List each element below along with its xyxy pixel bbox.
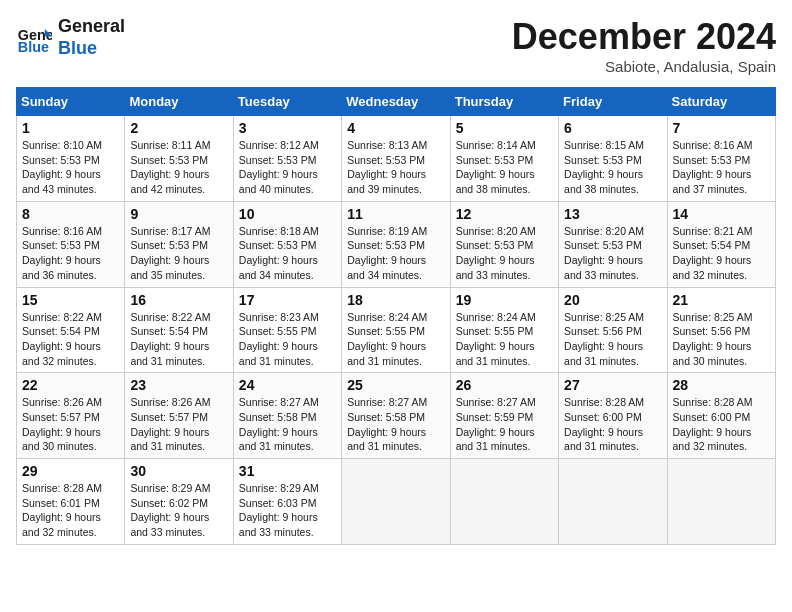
day-number: 13	[564, 206, 661, 222]
day-number: 19	[456, 292, 553, 308]
calendar-cell: 22Sunrise: 8:26 AM Sunset: 5:57 PM Dayli…	[17, 373, 125, 459]
calendar-cell	[450, 459, 558, 545]
location-subtitle: Sabiote, Andalusia, Spain	[512, 58, 776, 75]
weekday-header-friday: Friday	[559, 88, 667, 116]
calendar-table: SundayMondayTuesdayWednesdayThursdayFrid…	[16, 87, 776, 545]
calendar-cell: 28Sunrise: 8:28 AM Sunset: 6:00 PM Dayli…	[667, 373, 775, 459]
day-info: Sunrise: 8:26 AM Sunset: 5:57 PM Dayligh…	[130, 395, 227, 454]
calendar-cell: 11Sunrise: 8:19 AM Sunset: 5:53 PM Dayli…	[342, 201, 450, 287]
day-number: 1	[22, 120, 119, 136]
day-info: Sunrise: 8:27 AM Sunset: 5:58 PM Dayligh…	[239, 395, 336, 454]
day-info: Sunrise: 8:19 AM Sunset: 5:53 PM Dayligh…	[347, 224, 444, 283]
day-info: Sunrise: 8:24 AM Sunset: 5:55 PM Dayligh…	[456, 310, 553, 369]
calendar-cell: 1Sunrise: 8:10 AM Sunset: 5:53 PM Daylig…	[17, 116, 125, 202]
day-number: 5	[456, 120, 553, 136]
week-row-4: 22Sunrise: 8:26 AM Sunset: 5:57 PM Dayli…	[17, 373, 776, 459]
day-number: 16	[130, 292, 227, 308]
header: General Blue General Blue December 2024 …	[16, 16, 776, 75]
day-number: 4	[347, 120, 444, 136]
calendar-cell: 13Sunrise: 8:20 AM Sunset: 5:53 PM Dayli…	[559, 201, 667, 287]
day-number: 8	[22, 206, 119, 222]
day-info: Sunrise: 8:16 AM Sunset: 5:53 PM Dayligh…	[22, 224, 119, 283]
calendar-cell: 10Sunrise: 8:18 AM Sunset: 5:53 PM Dayli…	[233, 201, 341, 287]
day-number: 15	[22, 292, 119, 308]
day-number: 27	[564, 377, 661, 393]
day-number: 12	[456, 206, 553, 222]
calendar-cell: 8Sunrise: 8:16 AM Sunset: 5:53 PM Daylig…	[17, 201, 125, 287]
calendar-cell: 15Sunrise: 8:22 AM Sunset: 5:54 PM Dayli…	[17, 287, 125, 373]
calendar-cell: 29Sunrise: 8:28 AM Sunset: 6:01 PM Dayli…	[17, 459, 125, 545]
day-info: Sunrise: 8:21 AM Sunset: 5:54 PM Dayligh…	[673, 224, 770, 283]
weekday-header-tuesday: Tuesday	[233, 88, 341, 116]
calendar-cell	[559, 459, 667, 545]
calendar-cell: 14Sunrise: 8:21 AM Sunset: 5:54 PM Dayli…	[667, 201, 775, 287]
day-number: 21	[673, 292, 770, 308]
calendar-cell: 26Sunrise: 8:27 AM Sunset: 5:59 PM Dayli…	[450, 373, 558, 459]
day-number: 22	[22, 377, 119, 393]
day-info: Sunrise: 8:25 AM Sunset: 5:56 PM Dayligh…	[564, 310, 661, 369]
logo-line1: General	[58, 16, 125, 38]
day-info: Sunrise: 8:16 AM Sunset: 5:53 PM Dayligh…	[673, 138, 770, 197]
day-info: Sunrise: 8:25 AM Sunset: 5:56 PM Dayligh…	[673, 310, 770, 369]
day-info: Sunrise: 8:28 AM Sunset: 6:01 PM Dayligh…	[22, 481, 119, 540]
day-number: 28	[673, 377, 770, 393]
day-info: Sunrise: 8:11 AM Sunset: 5:53 PM Dayligh…	[130, 138, 227, 197]
day-info: Sunrise: 8:27 AM Sunset: 5:59 PM Dayligh…	[456, 395, 553, 454]
day-number: 9	[130, 206, 227, 222]
day-number: 29	[22, 463, 119, 479]
day-number: 10	[239, 206, 336, 222]
calendar-cell: 5Sunrise: 8:14 AM Sunset: 5:53 PM Daylig…	[450, 116, 558, 202]
calendar-cell: 31Sunrise: 8:29 AM Sunset: 6:03 PM Dayli…	[233, 459, 341, 545]
calendar-cell: 16Sunrise: 8:22 AM Sunset: 5:54 PM Dayli…	[125, 287, 233, 373]
day-number: 6	[564, 120, 661, 136]
day-number: 23	[130, 377, 227, 393]
day-info: Sunrise: 8:14 AM Sunset: 5:53 PM Dayligh…	[456, 138, 553, 197]
calendar-cell: 21Sunrise: 8:25 AM Sunset: 5:56 PM Dayli…	[667, 287, 775, 373]
day-info: Sunrise: 8:24 AM Sunset: 5:55 PM Dayligh…	[347, 310, 444, 369]
day-info: Sunrise: 8:22 AM Sunset: 5:54 PM Dayligh…	[22, 310, 119, 369]
day-number: 14	[673, 206, 770, 222]
svg-text:Blue: Blue	[18, 39, 49, 55]
calendar-cell: 2Sunrise: 8:11 AM Sunset: 5:53 PM Daylig…	[125, 116, 233, 202]
day-number: 24	[239, 377, 336, 393]
calendar-cell	[342, 459, 450, 545]
day-number: 11	[347, 206, 444, 222]
calendar-cell: 25Sunrise: 8:27 AM Sunset: 5:58 PM Dayli…	[342, 373, 450, 459]
calendar-cell: 24Sunrise: 8:27 AM Sunset: 5:58 PM Dayli…	[233, 373, 341, 459]
day-number: 25	[347, 377, 444, 393]
day-info: Sunrise: 8:28 AM Sunset: 6:00 PM Dayligh…	[673, 395, 770, 454]
calendar-cell: 17Sunrise: 8:23 AM Sunset: 5:55 PM Dayli…	[233, 287, 341, 373]
calendar-cell: 20Sunrise: 8:25 AM Sunset: 5:56 PM Dayli…	[559, 287, 667, 373]
weekday-header-sunday: Sunday	[17, 88, 125, 116]
weekday-header-wednesday: Wednesday	[342, 88, 450, 116]
calendar-cell: 27Sunrise: 8:28 AM Sunset: 6:00 PM Dayli…	[559, 373, 667, 459]
week-row-2: 8Sunrise: 8:16 AM Sunset: 5:53 PM Daylig…	[17, 201, 776, 287]
week-row-5: 29Sunrise: 8:28 AM Sunset: 6:01 PM Dayli…	[17, 459, 776, 545]
day-number: 2	[130, 120, 227, 136]
calendar-cell: 6Sunrise: 8:15 AM Sunset: 5:53 PM Daylig…	[559, 116, 667, 202]
day-number: 20	[564, 292, 661, 308]
weekday-header-saturday: Saturday	[667, 88, 775, 116]
calendar-cell: 9Sunrise: 8:17 AM Sunset: 5:53 PM Daylig…	[125, 201, 233, 287]
weekday-header-thursday: Thursday	[450, 88, 558, 116]
week-row-3: 15Sunrise: 8:22 AM Sunset: 5:54 PM Dayli…	[17, 287, 776, 373]
weekday-header-row: SundayMondayTuesdayWednesdayThursdayFrid…	[17, 88, 776, 116]
month-title: December 2024	[512, 16, 776, 58]
day-info: Sunrise: 8:29 AM Sunset: 6:02 PM Dayligh…	[130, 481, 227, 540]
day-info: Sunrise: 8:20 AM Sunset: 5:53 PM Dayligh…	[564, 224, 661, 283]
day-info: Sunrise: 8:23 AM Sunset: 5:55 PM Dayligh…	[239, 310, 336, 369]
day-info: Sunrise: 8:27 AM Sunset: 5:58 PM Dayligh…	[347, 395, 444, 454]
calendar-cell: 19Sunrise: 8:24 AM Sunset: 5:55 PM Dayli…	[450, 287, 558, 373]
day-info: Sunrise: 8:15 AM Sunset: 5:53 PM Dayligh…	[564, 138, 661, 197]
day-number: 7	[673, 120, 770, 136]
calendar-cell: 4Sunrise: 8:13 AM Sunset: 5:53 PM Daylig…	[342, 116, 450, 202]
day-number: 31	[239, 463, 336, 479]
calendar-cell: 30Sunrise: 8:29 AM Sunset: 6:02 PM Dayli…	[125, 459, 233, 545]
day-number: 30	[130, 463, 227, 479]
day-number: 26	[456, 377, 553, 393]
day-number: 3	[239, 120, 336, 136]
calendar-cell	[667, 459, 775, 545]
logo-icon: General Blue	[16, 20, 52, 56]
weekday-header-monday: Monday	[125, 88, 233, 116]
logo: General Blue General Blue	[16, 16, 125, 59]
